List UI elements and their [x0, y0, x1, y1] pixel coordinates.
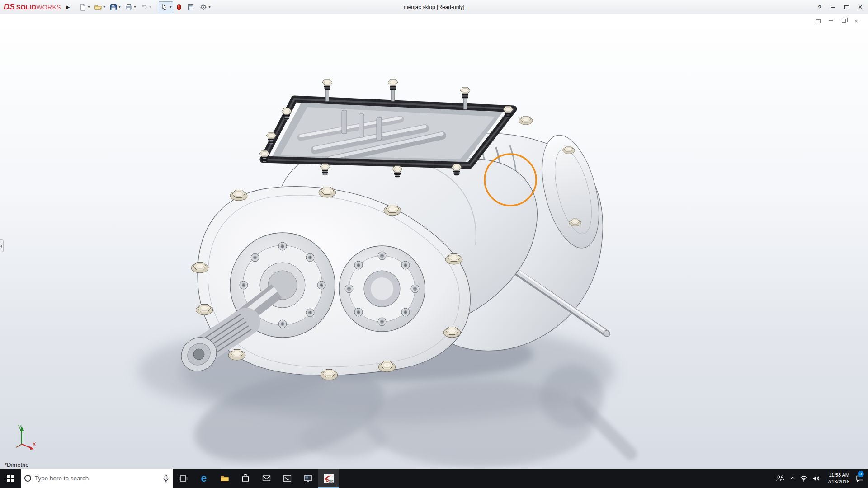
doc-close-button[interactable]: × — [851, 17, 862, 25]
housing-bolt — [519, 116, 533, 125]
model-render — [0, 14, 868, 469]
maximize-icon — [844, 5, 849, 9]
task-view-icon — [179, 475, 188, 482]
close-icon: × — [858, 4, 862, 11]
windows-taskbar: e — [0, 469, 868, 488]
solidworks-app-icon: 2017 — [323, 473, 334, 484]
cortana-icon — [24, 475, 31, 482]
doc-window-menu-button[interactable] — [813, 17, 824, 25]
dropdown-icon[interactable]: ▾ — [103, 5, 105, 9]
select-tool-button[interactable]: ▾ — [159, 1, 173, 13]
terminal-icon — [283, 475, 292, 482]
dropdown-icon[interactable]: ▾ — [118, 5, 120, 9]
taskbar-search[interactable] — [21, 469, 173, 488]
maximize-button[interactable] — [840, 0, 854, 14]
close-icon: × — [854, 18, 858, 24]
dropdown-icon[interactable]: ▾ — [149, 5, 151, 9]
quick-access-toolbar: ▾ ▾ ▾ — [77, 1, 212, 13]
restore-icon — [842, 19, 846, 23]
help-button[interactable]: ? — [813, 0, 826, 14]
edit-appearance-button[interactable] — [174, 1, 184, 13]
file-properties-button[interactable] — [185, 1, 197, 13]
solidworks-taskbar-button[interactable]: 2017 — [318, 469, 339, 488]
start-button[interactable] — [0, 469, 21, 488]
reference-triad: Y X — [12, 423, 37, 451]
speaker-icon — [812, 475, 820, 482]
people-button[interactable] — [774, 469, 786, 488]
dropdown-icon[interactable]: ▾ — [88, 5, 90, 9]
print-button[interactable]: ▾ — [123, 1, 137, 13]
solidworks-year-label: 2017 — [329, 480, 334, 483]
menu-flyout-arrow-icon[interactable]: ▶ — [64, 3, 73, 11]
options-button[interactable]: ▾ — [198, 1, 212, 13]
taskbar-clock[interactable]: 11:58 AM 7/13/2018 — [821, 469, 854, 488]
dropdown-icon[interactable]: ▾ — [170, 5, 171, 9]
new-document-icon — [79, 3, 87, 11]
minimize-button[interactable] — [826, 0, 840, 14]
search-input[interactable] — [35, 475, 159, 482]
doc-restore-button[interactable] — [838, 17, 849, 25]
save-button[interactable]: ▾ — [108, 1, 122, 13]
microphone-icon[interactable] — [163, 474, 169, 483]
solidworks-window: DS SOLID WORKS ▶ ▾ ▾ — [0, 0, 868, 488]
file-explorer-icon — [220, 475, 229, 482]
open-folder-icon — [94, 3, 102, 11]
window-controls: ? × — [813, 0, 867, 14]
edge-icon: e — [201, 473, 207, 483]
dropdown-icon[interactable]: ▾ — [208, 5, 210, 9]
volume-button[interactable] — [810, 469, 821, 488]
appearance-icon — [176, 3, 182, 11]
network-icon — [800, 475, 808, 482]
store-icon — [241, 474, 250, 482]
mail-button[interactable] — [256, 469, 277, 488]
undo-button[interactable]: ▾ — [138, 1, 153, 13]
document-window-controls: × — [813, 17, 862, 25]
title-bar: DS SOLID WORKS ▶ ▾ ▾ — [0, 0, 868, 14]
new-document-button[interactable]: ▾ — [77, 1, 91, 13]
windows-logo-icon — [7, 475, 14, 482]
brand-works: WORKS — [36, 4, 61, 11]
terminal-button[interactable] — [277, 469, 297, 488]
toolbar-separator — [156, 3, 156, 12]
select-cursor-icon — [160, 3, 169, 11]
action-center-button[interactable]: 3 — [854, 469, 866, 488]
dropdown-icon[interactable]: ▾ — [134, 5, 136, 9]
doc-minimize-button[interactable] — [826, 17, 836, 25]
open-button[interactable]: ▾ — [92, 1, 107, 13]
show-desktop-button[interactable] — [866, 469, 868, 488]
hidden-icons-button[interactable] — [786, 469, 798, 488]
help-icon: ? — [818, 4, 821, 11]
triad-x-label: X — [33, 441, 36, 447]
graphics-area[interactable]: × — [0, 14, 868, 469]
clock-time: 11:58 AM — [829, 472, 849, 479]
file-explorer-button[interactable] — [214, 469, 235, 488]
window-icon — [816, 19, 821, 23]
pto-cover — [339, 246, 425, 332]
ds-logo-mark: DS — [4, 2, 15, 12]
chevron-up-icon — [790, 476, 795, 481]
minimize-icon — [831, 7, 835, 8]
feature-tree-collapse-tab[interactable] — [0, 239, 4, 252]
system-tray: 11:58 AM 7/13/2018 3 — [774, 469, 868, 488]
print-icon — [125, 3, 133, 11]
document-title: menjac sklop [Read-only] — [404, 4, 465, 10]
edge-button[interactable]: e — [193, 469, 214, 488]
undo-arrow-icon — [140, 3, 148, 11]
people-icon — [776, 475, 785, 482]
view-orientation-label: *Dimetric — [5, 461, 28, 468]
solidworks-logo: DS SOLID WORKS — [4, 2, 61, 12]
notification-badge: 3 — [858, 471, 864, 477]
gear-icon — [199, 3, 208, 11]
close-button[interactable]: × — [854, 0, 867, 14]
triad-y-label: Y — [18, 424, 22, 430]
store-button[interactable] — [235, 469, 256, 488]
app-window-icon — [304, 475, 312, 482]
minimize-icon — [829, 20, 833, 21]
mail-icon — [262, 475, 271, 482]
network-button[interactable] — [798, 469, 810, 488]
save-floppy-icon — [109, 3, 118, 11]
app-window-button[interactable] — [297, 469, 318, 488]
clock-date: 7/13/2018 — [827, 479, 849, 485]
task-view-button[interactable] — [173, 469, 193, 488]
brand-solid: SOLID — [16, 4, 36, 11]
